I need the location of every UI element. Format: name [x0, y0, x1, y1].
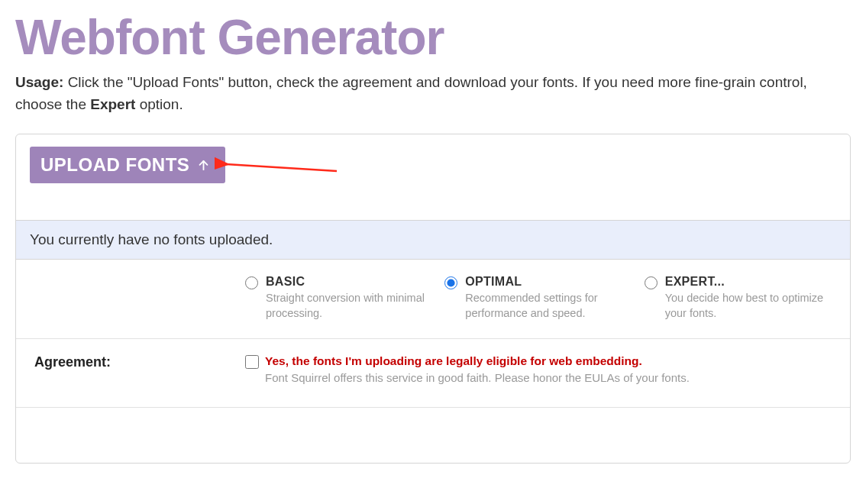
agreement-checkbox[interactable] — [245, 355, 259, 369]
option-optimal-desc: Recommended settings for performance and… — [465, 291, 632, 321]
option-basic-desc: Straight conversion with minimal process… — [266, 291, 432, 321]
option-expert-label: EXPERT... — [665, 275, 832, 289]
usage-label: Usage: — [15, 74, 63, 90]
upload-icon — [197, 159, 210, 172]
usage-expert-word: Expert — [90, 96, 135, 112]
annotation-arrow-icon — [215, 156, 341, 179]
generator-panel: UPLOAD FONTS You currently have no fonts… — [15, 134, 851, 463]
option-optimal: OPTIMAL Recommended settings for perform… — [444, 275, 632, 321]
status-message: You currently have no fonts uploaded. — [16, 220, 850, 260]
agreement-checkbox-text: Yes, the fonts I'm uploading are legally… — [265, 354, 690, 368]
radio-basic[interactable] — [245, 276, 258, 289]
option-basic-label: BASIC — [266, 275, 432, 289]
page-title: Webfont Generator — [15, 11, 851, 64]
radio-optimal[interactable] — [444, 276, 457, 289]
option-expert-desc: You decide how best to optimize your fon… — [665, 291, 832, 321]
upload-section: UPLOAD FONTS — [16, 134, 850, 220]
svg-line-2 — [226, 164, 337, 171]
upload-button-label: UPLOAD FONTS — [40, 154, 189, 176]
agreement-sub-text: Font Squirrel offers this service in goo… — [265, 371, 690, 384]
usage-paragraph: Usage: Click the "Upload Fonts" button, … — [15, 72, 851, 115]
option-expert: EXPERT... You decide how best to optimiz… — [645, 275, 832, 321]
conversion-options-row: BASIC Straight conversion with minimal p… — [16, 260, 850, 338]
option-optimal-label: OPTIMAL — [465, 275, 632, 289]
upload-fonts-button[interactable]: UPLOAD FONTS — [30, 147, 225, 183]
usage-text-2: option. — [135, 96, 183, 112]
option-basic: BASIC Straight conversion with minimal p… — [245, 275, 432, 321]
radio-expert[interactable] — [645, 276, 658, 289]
agreement-row: Agreement: Yes, the fonts I'm uploading … — [16, 339, 850, 408]
agreement-heading: Agreement: — [34, 354, 233, 384]
panel-footer-spacer — [16, 408, 850, 463]
